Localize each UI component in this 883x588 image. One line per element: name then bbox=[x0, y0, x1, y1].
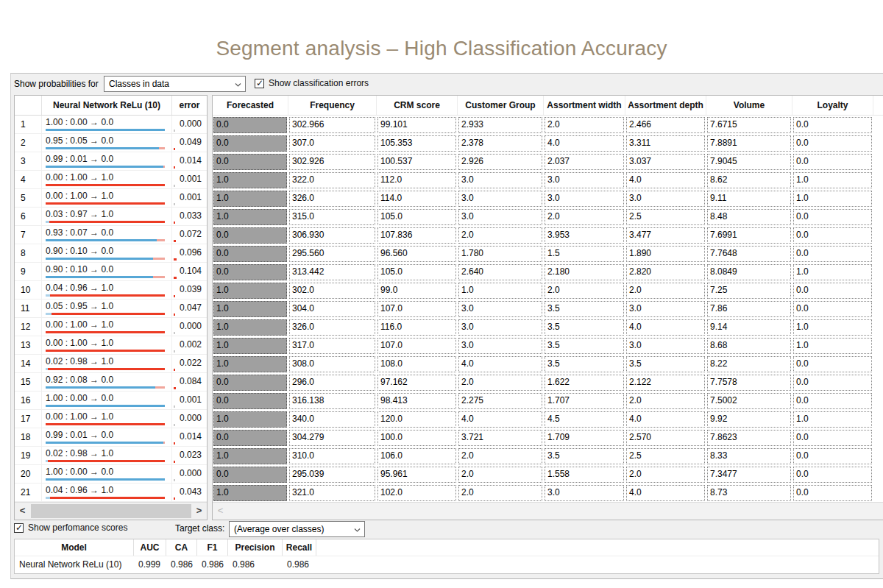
data-cell[interactable]: 2.570 bbox=[626, 430, 705, 446]
data-row[interactable]: 1.0315.0105.03.02.02.58.480.0 bbox=[213, 208, 883, 226]
error-cell[interactable]: 0.000 bbox=[172, 318, 207, 336]
column-header-frequency[interactable]: Frequency bbox=[288, 96, 377, 115]
data-cell[interactable]: 4.0 bbox=[626, 319, 705, 336]
data-cell[interactable]: 8.48 bbox=[707, 209, 791, 225]
data-cell[interactable]: 1.0 bbox=[458, 283, 542, 299]
data-cell[interactable]: 3.477 bbox=[626, 227, 705, 244]
data-cell[interactable]: 1.0 bbox=[793, 172, 872, 188]
data-cell[interactable]: 108.0 bbox=[377, 356, 456, 372]
probability-cell[interactable]: 1.00 : 0.00 → 0.0 bbox=[42, 465, 172, 483]
data-cell[interactable]: 8.0849 bbox=[707, 264, 791, 280]
data-cell[interactable]: 2.0 bbox=[458, 227, 542, 244]
row-number[interactable]: 17 bbox=[15, 410, 42, 428]
forecasted-cell[interactable]: 0.0 bbox=[213, 117, 287, 133]
data-cell[interactable]: 7.7648 bbox=[707, 246, 791, 262]
data-cell[interactable]: 7.6991 bbox=[707, 227, 791, 244]
data-cell[interactable]: 302.926 bbox=[289, 154, 375, 170]
row-number[interactable]: 3 bbox=[15, 152, 42, 170]
data-row[interactable]: 0.0295.56096.5601.7801.51.8907.76480.0 bbox=[213, 244, 883, 263]
forecasted-cell[interactable]: 0.0 bbox=[213, 430, 287, 446]
probability-cell[interactable]: 0.02 : 0.98 → 1.0 bbox=[42, 447, 172, 464]
data-cell[interactable]: 105.0 bbox=[377, 209, 456, 225]
probabilities-dropdown[interactable]: Classes in data bbox=[104, 76, 246, 92]
data-cell[interactable]: 295.039 bbox=[289, 467, 375, 483]
show-classification-errors-checkbox[interactable]: ✓ Show classification errors bbox=[255, 78, 369, 88]
data-cell[interactable]: 100.0 bbox=[377, 430, 456, 446]
prediction-row[interactable]: 20.95 : 0.05 → 0.00.049 bbox=[15, 134, 207, 152]
data-cell[interactable]: 308.0 bbox=[289, 356, 375, 372]
data-cell[interactable]: 9.92 bbox=[707, 411, 791, 428]
data-cell[interactable]: 315.0 bbox=[289, 209, 375, 225]
error-cell[interactable]: 0.043 bbox=[172, 483, 207, 501]
row-number[interactable]: 18 bbox=[15, 428, 42, 446]
error-cell[interactable]: 0.000 bbox=[172, 465, 207, 483]
data-cell[interactable]: 2.122 bbox=[626, 375, 705, 391]
data-cell[interactable]: 295.560 bbox=[289, 246, 375, 262]
data-cell[interactable]: 340.0 bbox=[289, 411, 375, 428]
data-cell[interactable]: 1.0 bbox=[793, 411, 872, 428]
data-cell[interactable]: 105.0 bbox=[377, 264, 456, 280]
column-header-forecasted[interactable]: Forecasted bbox=[213, 96, 288, 115]
data-row[interactable]: 1.0302.099.01.02.02.07.250.0 bbox=[213, 281, 883, 300]
probability-cell[interactable]: 0.99 : 0.01 → 0.0 bbox=[42, 428, 172, 446]
data-cell[interactable]: 99.101 bbox=[377, 117, 456, 133]
error-cell[interactable]: 0.033 bbox=[172, 208, 207, 225]
error-cell[interactable]: 0.049 bbox=[172, 134, 207, 152]
row-number[interactable]: 5 bbox=[15, 189, 42, 207]
probability-cell[interactable]: 0.03 : 0.97 → 1.0 bbox=[42, 208, 172, 225]
data-cell[interactable]: 3.0 bbox=[458, 301, 542, 317]
data-cell[interactable]: 302.966 bbox=[289, 117, 375, 133]
column-header-crm-score[interactable]: CRM score bbox=[377, 96, 458, 115]
data-cell[interactable]: 2.275 bbox=[458, 393, 542, 409]
data-cell[interactable]: 2.820 bbox=[626, 264, 705, 280]
prediction-row[interactable]: 90.90 : 0.10 → 0.00.104 bbox=[15, 263, 207, 281]
row-number[interactable]: 14 bbox=[15, 355, 42, 372]
data-cell[interactable]: 0.0 bbox=[793, 430, 872, 446]
prediction-row[interactable]: 180.99 : 0.01 → 0.00.014 bbox=[15, 428, 207, 447]
data-cell[interactable]: 7.8891 bbox=[707, 135, 791, 152]
forecasted-cell[interactable]: 0.0 bbox=[213, 227, 287, 244]
data-cell[interactable]: 4.0 bbox=[626, 485, 705, 501]
error-cell[interactable]: 0.096 bbox=[172, 244, 207, 262]
data-cell[interactable]: 4.5 bbox=[545, 411, 624, 428]
data-cell[interactable]: 0.0 bbox=[793, 283, 872, 299]
data-cell[interactable]: 3.953 bbox=[545, 227, 624, 244]
prediction-row[interactable]: 60.03 : 0.97 → 1.00.033 bbox=[15, 208, 207, 226]
data-cell[interactable]: 3.5 bbox=[545, 319, 624, 336]
data-cell[interactable]: 3.037 bbox=[626, 154, 705, 170]
data-cell[interactable]: 7.5002 bbox=[707, 393, 791, 409]
prediction-row[interactable]: 201.00 : 0.00 → 0.00.000 bbox=[15, 465, 207, 483]
prediction-row[interactable]: 120.00 : 1.00 → 1.00.000 bbox=[15, 318, 207, 336]
row-number[interactable]: 10 bbox=[15, 281, 42, 299]
data-cell[interactable]: 322.0 bbox=[289, 172, 375, 188]
data-cell[interactable]: 2.0 bbox=[458, 448, 542, 464]
data-cell[interactable]: 8.68 bbox=[707, 338, 791, 354]
data-cell[interactable]: 2.933 bbox=[458, 117, 542, 133]
data-cell[interactable]: 0.0 bbox=[793, 154, 872, 170]
error-cell[interactable]: 0.000 bbox=[172, 116, 207, 133]
error-cell[interactable]: 0.084 bbox=[172, 373, 207, 391]
forecasted-cell[interactable]: 0.0 bbox=[213, 135, 287, 152]
data-cell[interactable]: 107.836 bbox=[377, 227, 456, 244]
error-cell[interactable]: 0.002 bbox=[172, 336, 207, 354]
data-cell[interactable]: 95.961 bbox=[377, 467, 456, 483]
data-cell[interactable]: 4.0 bbox=[458, 411, 542, 428]
probability-cell[interactable]: 0.02 : 0.98 → 1.0 bbox=[42, 355, 172, 372]
error-cell[interactable]: 0.001 bbox=[172, 189, 207, 207]
row-number[interactable]: 8 bbox=[15, 244, 42, 262]
data-cell[interactable]: 3.5 bbox=[545, 338, 624, 354]
data-cell[interactable]: 2.037 bbox=[545, 154, 624, 170]
prediction-row[interactable]: 110.05 : 0.95 → 1.00.047 bbox=[15, 300, 207, 318]
row-number[interactable]: 21 bbox=[15, 483, 42, 501]
data-cell[interactable]: 98.413 bbox=[377, 393, 456, 409]
data-cell[interactable]: 3.5 bbox=[626, 356, 705, 372]
probability-cell[interactable]: 0.92 : 0.08 → 0.0 bbox=[42, 373, 172, 391]
data-cell[interactable]: 304.0 bbox=[289, 301, 375, 317]
data-cell[interactable]: 107.0 bbox=[377, 338, 456, 354]
error-cell[interactable]: 0.001 bbox=[172, 171, 207, 188]
data-cell[interactable]: 306.930 bbox=[289, 227, 375, 244]
data-cell[interactable]: 3.0 bbox=[626, 301, 705, 317]
forecasted-cell[interactable]: 1.0 bbox=[213, 338, 287, 354]
scroll-left-icon[interactable]: < bbox=[213, 503, 228, 520]
data-cell[interactable]: 100.537 bbox=[377, 154, 456, 170]
